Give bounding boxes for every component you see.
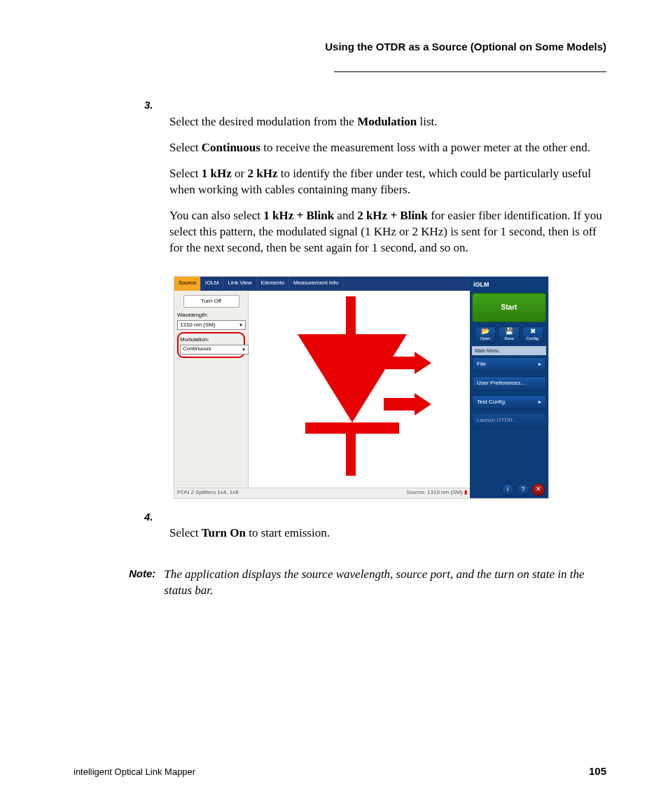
footer-title: intelligent Optical Link Mapper bbox=[74, 766, 195, 777]
status-right: Source: 1310 nm (SM) ▮ bbox=[406, 489, 467, 497]
main-menu-header: Main Menu bbox=[472, 346, 546, 355]
bottom-icon-row: i ? ✕ bbox=[472, 481, 546, 497]
tab-linkview[interactable]: Link View bbox=[223, 277, 256, 291]
text: Select bbox=[169, 141, 202, 154]
modulation-highlight: Modulation: Continuous ▼ bbox=[177, 332, 245, 358]
step-number: 4. bbox=[144, 510, 169, 524]
open-button[interactable]: 📂Open bbox=[475, 326, 496, 343]
text: list. bbox=[417, 115, 437, 128]
text: or bbox=[232, 167, 248, 180]
step3-para4: You can also select 1 kHz + Blink and 2 … bbox=[169, 208, 608, 256]
wavelength-dropdown[interactable]: 1310 nm (SM) ▼ bbox=[177, 320, 246, 330]
start-button[interactable]: Start bbox=[472, 293, 546, 322]
text: to receive the measurement loss with a p… bbox=[260, 141, 590, 154]
bold-1khz: 1 kHz bbox=[202, 167, 232, 180]
close-icon[interactable]: ✕ bbox=[532, 483, 545, 496]
right-panel: iOLM Start 📂Open 💾Save ✖Config. Main Men… bbox=[470, 277, 548, 499]
save-icon: 💾 bbox=[505, 328, 513, 335]
chevron-down-icon: ▼ bbox=[239, 322, 243, 328]
svg-rect-0 bbox=[346, 296, 356, 334]
menu-user-preferences[interactable]: User Preferences... bbox=[472, 376, 546, 391]
chevron-right-icon: ▸ bbox=[538, 399, 541, 406]
text: You can also select bbox=[169, 209, 263, 222]
save-button[interactable]: 💾Save bbox=[499, 326, 520, 343]
source-active-icon: ▮ bbox=[464, 489, 467, 495]
status-left: PON 2 Splitters 1x4, 1x8 bbox=[177, 489, 239, 497]
step4-para1: Select Turn On to start emission. bbox=[169, 525, 608, 542]
tab-measurement-info[interactable]: Measurement Info bbox=[289, 277, 343, 291]
info-icon[interactable]: i bbox=[501, 483, 514, 496]
turn-off-button[interactable]: Turn Off bbox=[183, 295, 239, 308]
text: Select the desired modulation from the bbox=[169, 115, 357, 128]
app-screenshot: Source iOLM Link View Elements Measureme… bbox=[174, 276, 549, 499]
text: and bbox=[334, 209, 357, 222]
main-canvas bbox=[249, 291, 470, 488]
svg-rect-3 bbox=[346, 434, 356, 476]
text: to start emission. bbox=[246, 526, 330, 539]
step-number: 3. bbox=[144, 98, 169, 112]
bold-turn-on: Turn On bbox=[202, 526, 246, 539]
note-label: Note: bbox=[129, 567, 155, 599]
text: Select bbox=[169, 167, 202, 180]
bold-1khz-blink: 1 kHz + Blink bbox=[263, 209, 334, 222]
svg-marker-7 bbox=[415, 393, 431, 415]
wavelength-label: Wavelength: bbox=[177, 312, 245, 319]
menu-test-config[interactable]: Test Config.▸ bbox=[472, 395, 546, 410]
bold-modulation: Modulation bbox=[357, 115, 417, 128]
page-number: 105 bbox=[589, 765, 606, 777]
tab-elements[interactable]: Elements bbox=[257, 277, 289, 291]
step3-para1: Select the desired modulation from the M… bbox=[169, 114, 608, 130]
menu-file[interactable]: File▸ bbox=[472, 357, 546, 372]
chevron-down-icon: ▼ bbox=[242, 347, 246, 352]
svg-rect-4 bbox=[384, 357, 415, 369]
note-block: Note: The application displays the sourc… bbox=[129, 567, 608, 599]
step-4: 4. Select Turn On to start emission. bbox=[169, 510, 608, 552]
svg-rect-2 bbox=[305, 422, 399, 434]
modulation-value: Continuous bbox=[183, 345, 211, 353]
left-panel: Turn Off Wavelength: 1310 nm (SM) ▼ Modu… bbox=[174, 291, 249, 489]
step-3: 3. Select the desired modulation from th… bbox=[169, 98, 608, 266]
tab-iolm[interactable]: iOLM bbox=[201, 277, 223, 291]
chevron-right-icon: ▸ bbox=[538, 361, 541, 369]
page-header: Using the OTDR as a Source (Optional on … bbox=[325, 41, 606, 53]
bold-2khz-blink: 2 kHz + Blink bbox=[357, 209, 428, 222]
bold-2khz: 2 kHz bbox=[247, 167, 277, 180]
step3-para2: Select Continuous to receive the measure… bbox=[169, 140, 608, 156]
tab-source[interactable]: Source bbox=[174, 277, 201, 291]
menu-launch-otdr[interactable]: Launch OTDR... bbox=[472, 413, 546, 428]
step3-para3: Select 1 kHz or 2 kHz to identify the fi… bbox=[169, 166, 608, 198]
folder-open-icon: 📂 bbox=[481, 328, 489, 335]
help-icon[interactable]: ? bbox=[517, 483, 529, 496]
status-bar: PON 2 Splitters 1x4, 1x8 Source: 1310 nm… bbox=[174, 488, 470, 498]
svg-marker-5 bbox=[415, 352, 431, 374]
svg-rect-6 bbox=[384, 398, 415, 411]
content-area: 3. Select the desired modulation from th… bbox=[169, 98, 608, 599]
bold-continuous: Continuous bbox=[202, 141, 260, 154]
gear-icon: ✖ bbox=[530, 328, 536, 335]
note-body: The application displays the source wave… bbox=[164, 567, 608, 599]
right-panel-title: iOLM bbox=[472, 279, 546, 293]
header-rule bbox=[334, 71, 606, 72]
modulation-dropdown[interactable]: Continuous ▼ bbox=[180, 345, 249, 355]
wavelength-value: 1310 nm (SM) bbox=[180, 322, 216, 329]
config-button[interactable]: ✖Config. bbox=[522, 326, 543, 343]
modulation-label: Modulation: bbox=[180, 336, 242, 344]
source-emitter-icon bbox=[279, 296, 440, 486]
text: Select bbox=[169, 526, 202, 539]
